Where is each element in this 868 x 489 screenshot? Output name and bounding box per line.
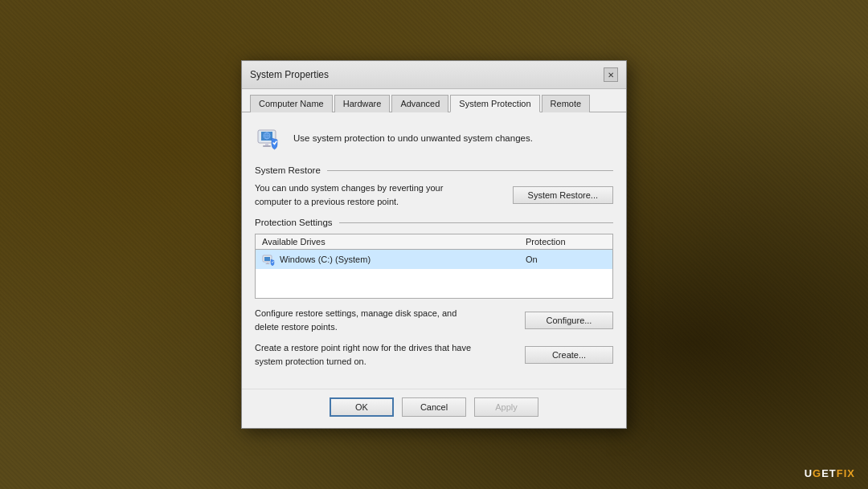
drive-icon (262, 253, 276, 266)
drives-table: Available Drives Protection (255, 234, 613, 299)
create-button[interactable]: Create... (525, 346, 613, 364)
header-row: Use system protection to undo unwanted s… (255, 124, 613, 153)
apply-button[interactable]: Apply (474, 397, 538, 417)
tab-content: Use system protection to undo unwanted s… (242, 112, 626, 389)
tab-computer-name[interactable]: Computer Name (250, 95, 333, 112)
svg-rect-11 (266, 263, 270, 264)
restore-description: You can undo system changes by reverting… (255, 181, 448, 208)
protection-status: On (526, 255, 606, 264)
col-drives-header: Available Drives (262, 237, 526, 247)
svg-rect-9 (264, 257, 270, 261)
create-row: Create a restore point right now for the… (255, 341, 613, 368)
tab-bar: Computer Name Hardware Advanced System P… (242, 89, 626, 112)
tab-remote[interactable]: Remote (542, 95, 591, 112)
table-row[interactable]: Windows (C:) (System) On (256, 250, 612, 269)
system-restore-button[interactable]: System Restore... (513, 186, 613, 204)
title-bar: System Properties ✕ (242, 61, 626, 89)
svg-rect-3 (263, 145, 271, 147)
configure-description: Configure restore settings, manage disk … (255, 307, 472, 333)
protection-settings-label: Protection Settings (255, 218, 613, 227)
table-header: Available Drives Protection (256, 234, 612, 250)
configure-row: Configure restore settings, manage disk … (255, 307, 613, 333)
system-restore-label: System Restore (255, 165, 613, 175)
header-description: Use system protection to undo unwanted s… (293, 132, 533, 145)
create-description: Create a restore point right now for the… (255, 341, 472, 368)
col-protection-header: Protection (526, 237, 606, 247)
system-properties-dialog: System Properties ✕ Computer Name Hardwa… (241, 60, 627, 429)
svg-rect-10 (267, 262, 268, 263)
dialog-footer: OK Cancel Apply (242, 389, 626, 428)
dialog-title: System Properties (250, 69, 329, 80)
svg-rect-2 (265, 143, 268, 145)
cancel-button[interactable]: Cancel (402, 397, 466, 417)
close-button[interactable]: ✕ (604, 67, 618, 82)
configure-button[interactable]: Configure... (525, 312, 613, 329)
system-restore-section: System Restore You can undo system chang… (255, 165, 613, 208)
table-empty-row (256, 269, 612, 298)
watermark: UGETFIX (805, 467, 855, 479)
tab-hardware[interactable]: Hardware (334, 95, 391, 112)
drive-name: Windows (C:) (System) (262, 253, 526, 266)
restore-row: You can undo system changes by reverting… (255, 181, 613, 208)
protection-settings-section: Protection Settings Available Drives Pro… (255, 218, 613, 368)
ok-button[interactable]: OK (330, 397, 394, 417)
tab-system-protection[interactable]: System Protection (450, 95, 539, 112)
system-protection-icon (255, 124, 284, 153)
tab-advanced[interactable]: Advanced (391, 95, 448, 112)
